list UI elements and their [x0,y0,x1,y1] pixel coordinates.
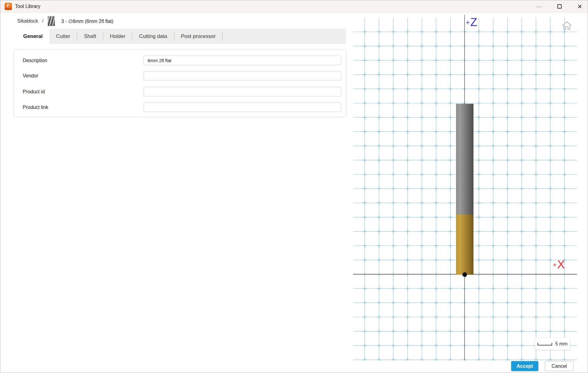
product-id-label: Product id [23,87,45,96]
tab-separator [222,32,223,40]
product-link-input[interactable] [144,103,341,112]
close-button[interactable]: ✕ [573,0,587,13]
maximize-button[interactable] [552,0,567,13]
tool-cutter-render [456,214,473,275]
fusion-icon-letter: F [5,3,12,8]
product-id-row: Product id [14,87,346,96]
minimize-icon: — [536,3,542,10]
description-input[interactable] [144,56,341,65]
origin-point [462,272,467,277]
product-link-row: Product link [14,103,346,112]
z-axis-letter: Z [470,17,477,28]
vendor-label: Vendor [23,71,38,80]
close-icon: ✕ [577,3,582,10]
x-axis-letter: X [557,259,565,270]
tab-strip: Cutter Shaft Holder Cutting data Post pr… [49,29,346,44]
breadcrumb: Sikablock / 3 - ∅6mm (6mm 2fl flat) [17,16,113,27]
breadcrumb-library[interactable]: Sikablock [17,18,38,24]
home-view-button[interactable] [561,20,572,31]
general-form-card: Description Vendor Product id Product li… [14,49,346,117]
tab-shaft[interactable]: Shaft [77,29,103,44]
z-axis-label: + Z [466,17,477,28]
window-title: Tool Library [15,0,40,13]
vendor-input[interactable] [144,71,341,80]
tab-cutting-data[interactable]: Cutting data [132,29,174,44]
fusion-app-icon: F [5,3,12,10]
x-axis-plus: + [553,262,557,268]
tab-post-processor[interactable]: Post processor [174,29,222,44]
tool-thumbnail-icon [48,16,55,26]
fusion-icon-strip [5,8,12,10]
x-axis-label: + X [553,259,565,270]
breadcrumb-separator: / [42,18,43,24]
minimize-button[interactable]: — [532,0,546,13]
vendor-row: Vendor [14,71,346,80]
breadcrumb-tool-name: 3 - ∅6mm (6mm 2fl flat) [61,18,113,24]
description-label: Description [23,56,47,65]
tool-preview-canvas[interactable]: + Z + X 5 mm [353,15,577,360]
tab-cutter[interactable]: Cutter [49,29,77,44]
titlebar: F Tool Library — ✕ [0,0,588,13]
tool-shaft-render [456,104,473,214]
description-row: Description [14,56,346,65]
tab-general[interactable]: General [17,29,49,44]
home-icon [561,20,572,31]
z-axis-plus: + [466,19,470,26]
tool-library-window: F Tool Library — ✕ Sikablock / 3 - ∅6mm … [0,0,588,373]
cancel-button[interactable]: Cancel [545,361,574,371]
scale-indicator: 5 mm [535,338,570,350]
product-link-label: Product link [23,103,48,112]
scale-label: 5 mm [555,341,567,347]
accept-button[interactable]: Accept [511,361,538,371]
product-id-input[interactable] [144,87,341,96]
tab-holder[interactable]: Holder [103,29,132,44]
maximize-icon [557,4,562,9]
scale-bracket-icon [537,343,552,345]
